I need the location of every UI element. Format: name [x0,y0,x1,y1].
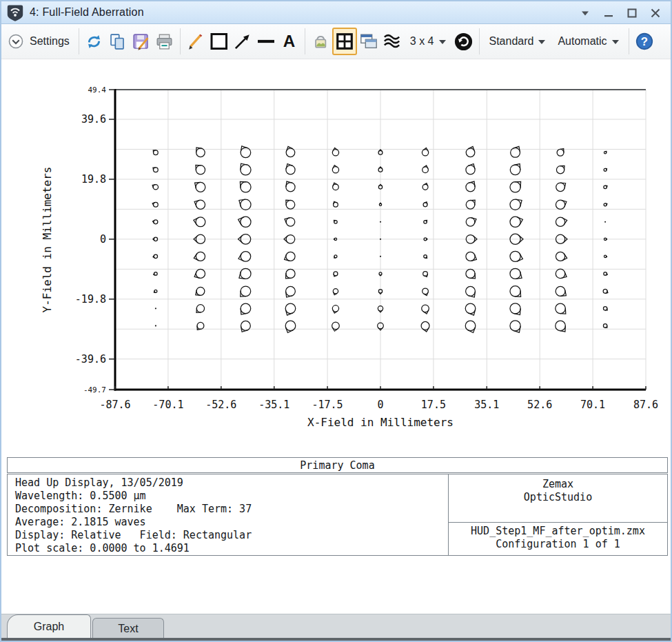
toolbar-separator [629,28,629,54]
svg-text:-17.5: -17.5 [312,399,343,411]
svg-text:?: ? [640,35,647,48]
window-layout-button[interactable] [357,27,380,56]
text-annotation-button[interactable]: A [278,27,301,56]
standard-dropdown[interactable]: Standard [483,27,552,56]
aberration-plot: 49.439.619.80-19.8-39.6-49.7-87.6-70.1-5… [1,59,672,453]
file-cell: HUD_Step1_MF_after_optim.zmx Configurati… [449,522,667,555]
window-menu-caret[interactable] [576,5,595,21]
rotate-icon [454,32,474,52]
automatic-label: Automatic [558,35,607,48]
svg-text:52.6: 52.6 [527,399,552,411]
arrow-tool-icon [232,32,252,52]
configuration-label: Configuration 1 of 1 [449,538,667,551]
split-window-icon [335,32,354,51]
maximize-icon [627,8,638,19]
zemax-logo-icon [7,3,23,21]
line-tool-icon [256,31,276,52]
toolbar-separator [479,28,480,54]
help-button[interactable]: ? [633,27,656,56]
analysis-summary: Head Up Display, 13/05/2019 Wavelength: … [8,474,449,555]
svg-text:49.4: 49.4 [88,86,107,94]
svg-text:35.1: 35.1 [474,399,499,411]
summary-line: Plot scale: 0.0000 to 1.4691 [15,542,190,554]
windows-icon [359,32,378,51]
svg-text:-19.8: -19.8 [75,293,106,305]
svg-text:-52.6: -52.6 [205,399,236,411]
minimize-icon [603,8,614,19]
close-button[interactable] [646,5,665,21]
dropdown-caret [439,40,446,44]
y-axis-title: Y-Field in Millimeters [41,167,54,313]
copy-icon [108,32,127,51]
brand-cell: Zemax OpticStudio [449,474,667,522]
summary-line: Decomposition: Zernike Max Term: 37 [15,503,252,515]
grid-size-dropdown[interactable]: 3 x 4 [404,27,452,56]
tab-text-label: Text [118,623,138,635]
window-bottom-edge [1,638,671,642]
svg-text:A: A [283,32,295,50]
bottom-tabbar: Graph Text [1,614,671,638]
copy-button[interactable] [106,27,130,56]
summary-line: Head Up Display, 13/05/2019 [15,477,183,489]
tab-graph[interactable]: Graph [7,614,91,639]
toolbar-separator [79,28,79,54]
svg-text:39.6: 39.6 [81,113,106,126]
lamp-icon [312,32,329,51]
toolbar-separator [305,28,305,54]
settings-button[interactable]: Settings [6,27,75,56]
brand-name: Zemax [449,478,667,491]
pencil-annotation-button[interactable] [184,27,207,56]
automatic-dropdown[interactable]: Automatic [551,27,624,56]
svg-text:-87.6: -87.6 [99,399,130,411]
plot-info-box: Head Up Display, 13/05/2019 Wavelength: … [7,474,668,556]
settings-chevron-icon [7,32,25,50]
layers-icon [382,32,402,52]
split-window-toggle[interactable] [332,28,357,55]
svg-text:-70.1: -70.1 [152,399,183,411]
refresh-button[interactable] [83,27,106,56]
lamp-button[interactable] [309,27,332,56]
rectangle-annotation-button[interactable] [207,27,231,56]
svg-text:70.1: 70.1 [580,399,605,411]
svg-text:0: 0 [377,399,383,411]
toolbar: Settings [1,24,671,59]
print-button[interactable] [153,27,176,56]
standard-label: Standard [489,35,534,48]
svg-text:17.5: 17.5 [421,399,446,411]
maximize-button[interactable] [622,5,642,21]
svg-text:87.6: 87.6 [633,399,658,411]
tab-graph-label: Graph [34,621,64,633]
brand-product: OpticStudio [449,491,667,504]
help-icon: ? [635,32,654,51]
line-annotation-button[interactable] [254,27,278,56]
tab-text[interactable]: Text [92,618,164,639]
text-tool-icon: A [279,32,299,52]
window-controls [576,1,665,24]
rectangle-tool-icon [209,31,230,52]
minimize-button[interactable] [599,5,618,21]
save-button[interactable] [130,27,153,56]
layers-button[interactable] [380,27,404,56]
svg-text:19.8: 19.8 [81,173,106,185]
settings-label: Settings [30,35,70,48]
grid-size-label: 3 x 4 [410,35,434,48]
toolbar-separator [180,28,181,54]
svg-text:0: 0 [100,233,106,245]
refresh-icon [85,32,103,51]
svg-text:-39.6: -39.6 [75,353,106,365]
svg-text:-35.1: -35.1 [258,399,289,411]
plot-tick-labels: 49.439.619.80-19.8-39.6-49.7-87.6-70.1-5… [75,86,658,411]
arrow-annotation-button[interactable] [231,27,254,56]
full-field-aberration-window: 4: Full-Field Aberration Settings [0,0,672,642]
summary-line: Display: Relative Field: Rectangular [15,529,252,541]
close-icon [650,8,661,19]
svg-text:-49.7: -49.7 [83,385,106,394]
x-axis-title: X-Field in Millimeters [307,416,454,429]
window-title: 4: Full-Field Aberration [30,6,144,19]
plot-title-box: Primary Coma [7,457,668,473]
dropdown-caret [538,40,545,44]
plot-title: Primary Coma [300,459,374,472]
titlebar[interactable]: 4: Full-Field Aberration [1,1,671,24]
rotate-button[interactable] [452,27,476,56]
pencil-tool-icon [186,32,205,51]
